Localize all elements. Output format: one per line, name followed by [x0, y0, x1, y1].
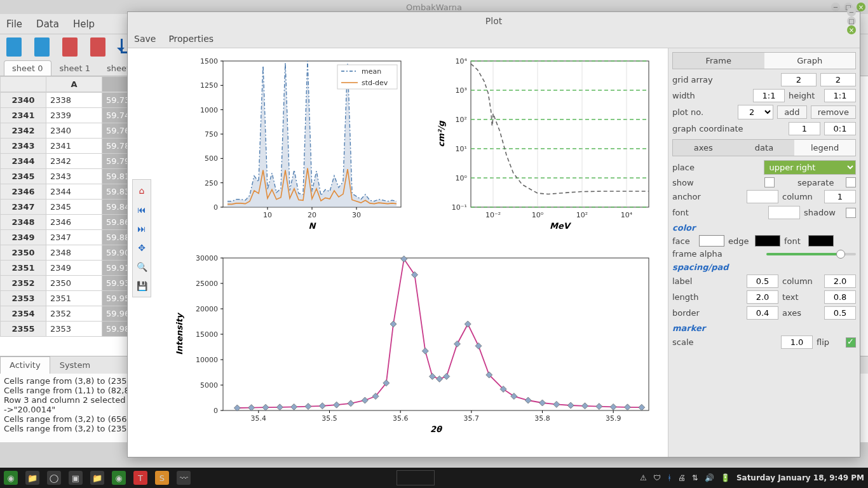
tab-legend[interactable]: legend	[794, 140, 855, 156]
warning-icon[interactable]: ⚠	[640, 473, 647, 482]
first-icon[interactable]: ⏮	[135, 203, 149, 217]
text-input[interactable]	[824, 290, 856, 304]
scale-input[interactable]	[781, 336, 813, 349]
printer-icon[interactable]: 🖨	[678, 473, 686, 482]
remove-button[interactable]: remove	[811, 105, 856, 119]
column2-input[interactable]	[824, 274, 856, 288]
pan-icon[interactable]: ✥	[135, 241, 149, 255]
table-row[interactable]: 2355235359.98	[1, 322, 135, 337]
table-row[interactable]: 2341233959.74	[1, 108, 135, 123]
tab-frame[interactable]: Frame	[673, 53, 764, 69]
flip-checkbox[interactable]	[846, 337, 856, 348]
anchor-input[interactable]	[747, 190, 778, 203]
axes-input[interactable]	[824, 306, 856, 320]
menu-help[interactable]: Help	[73, 18, 95, 30]
home-icon[interactable]: ⌂	[135, 184, 149, 198]
folder-icon[interactable]: 📁	[90, 471, 104, 485]
tab-axes[interactable]: axes	[673, 140, 734, 156]
add-button[interactable]: add	[777, 105, 806, 119]
table-row[interactable]: 2353235159.95	[1, 291, 135, 306]
table-row[interactable]: 2343234159.78	[1, 139, 135, 154]
table-row[interactable]: 2350234859.90	[1, 245, 135, 261]
table-row[interactable]: 2342234059.76	[1, 123, 135, 139]
font-input[interactable]	[768, 206, 800, 219]
table-row[interactable]: 2348234659.86	[1, 215, 135, 230]
length-label: length	[672, 292, 743, 302]
place-select[interactable]: upper right	[764, 160, 857, 175]
sheet-tab-1[interactable]: sheet 1	[51, 60, 99, 76]
border-input[interactable]	[747, 306, 778, 320]
table-row[interactable]: 2347234559.84	[1, 200, 135, 215]
save-icon[interactable]	[62, 37, 78, 57]
network-icon[interactable]: ⇅	[692, 473, 698, 482]
plot-menu-save[interactable]: Save	[134, 34, 156, 44]
plot-minimize-button[interactable]: −	[847, 8, 856, 17]
separate-checkbox[interactable]	[846, 177, 856, 187]
table-row[interactable]: 2351234959.91	[1, 261, 135, 276]
plot-close-button[interactable]: ×	[847, 25, 856, 34]
clock[interactable]: Saturday January 18, 9:49 PM	[736, 473, 864, 482]
new-sheet-icon[interactable]	[34, 37, 50, 57]
graphcoord-b-input[interactable]	[824, 122, 856, 135]
taskbar-active-window[interactable]	[397, 470, 435, 485]
svg-text:10⁰: 10⁰	[456, 174, 468, 182]
corner-cell[interactable]	[1, 77, 46, 92]
save-as-icon[interactable]	[90, 37, 105, 57]
app-icon[interactable]: ◉	[112, 471, 126, 485]
plot-titlebar[interactable]: Plot − □ ×	[128, 12, 860, 30]
graphcoord-a-input[interactable]	[789, 122, 820, 135]
browser-icon[interactable]: ◯	[47, 471, 61, 485]
shield-icon[interactable]: 🛡	[653, 473, 661, 482]
close-button[interactable]: ×	[857, 3, 865, 11]
plotno-label: plot no.	[672, 107, 734, 117]
plot-menu-properties[interactable]: Properties	[168, 34, 214, 44]
terminal-icon[interactable]: ▣	[69, 471, 83, 485]
tab-system[interactable]: System	[50, 356, 100, 374]
app2-icon[interactable]: T	[133, 471, 147, 485]
column-input[interactable]	[824, 190, 856, 203]
sublime-icon[interactable]: S	[155, 471, 169, 485]
save-plot-icon[interactable]: 💾	[135, 279, 149, 293]
shadow-checkbox[interactable]	[846, 208, 856, 218]
menu-file[interactable]: File	[6, 18, 22, 30]
table-row[interactable]: 2349234759.88	[1, 230, 135, 245]
table-row[interactable]: 2344234259.79	[1, 154, 135, 169]
table-row[interactable]: 2352235059.93	[1, 276, 135, 291]
graphcoord-label: graph coordinate	[672, 124, 785, 133]
table-row[interactable]: 2345234359.81	[1, 169, 135, 184]
edge-color-swatch[interactable]	[755, 235, 780, 247]
plot-maximize-button[interactable]: □	[847, 17, 856, 25]
zoom-icon[interactable]: 🔍	[135, 260, 149, 274]
table-row[interactable]: 2340233859.73	[1, 93, 135, 108]
col-header-a[interactable]: A	[46, 77, 102, 92]
show-checkbox[interactable]	[764, 177, 775, 187]
new-file-icon[interactable]	[6, 37, 22, 57]
grid-array-rows-input[interactable]	[781, 73, 817, 86]
files-icon[interactable]: 📁	[25, 471, 39, 485]
app3-icon[interactable]: 〰	[177, 471, 191, 485]
bluetooth-icon[interactable]: ᚼ	[667, 473, 672, 482]
menu-data[interactable]: Data	[36, 18, 59, 30]
text-label: text	[782, 292, 820, 302]
width-input[interactable]	[753, 89, 785, 102]
face-color-swatch[interactable]	[699, 235, 724, 247]
tab-activity[interactable]: Activity	[0, 356, 50, 374]
sheet-tab-0[interactable]: sheet 0	[4, 60, 51, 76]
tab-graph[interactable]: Graph	[764, 53, 856, 69]
length-input[interactable]	[747, 290, 778, 304]
label-input[interactable]	[747, 274, 778, 288]
volume-icon[interactable]: 🔊	[705, 473, 714, 482]
framealpha-slider[interactable]	[766, 253, 857, 255]
last-icon[interactable]: ⏭	[135, 222, 149, 236]
table-row[interactable]: 2346234459.83	[1, 184, 135, 200]
svg-text:MeV: MeV	[550, 221, 572, 231]
battery-icon[interactable]: 🔋	[721, 473, 730, 482]
mint-menu-icon[interactable]: ◉	[4, 471, 18, 485]
font-color-swatch[interactable]	[808, 235, 834, 247]
tab-data[interactable]: data	[734, 140, 795, 156]
height-input[interactable]	[824, 89, 856, 102]
table-row[interactable]: 2354235259.96	[1, 306, 135, 322]
plotno-select[interactable]: 2	[738, 105, 773, 119]
minimize-button[interactable]: −	[831, 3, 840, 11]
grid-array-cols-input[interactable]	[820, 73, 856, 86]
